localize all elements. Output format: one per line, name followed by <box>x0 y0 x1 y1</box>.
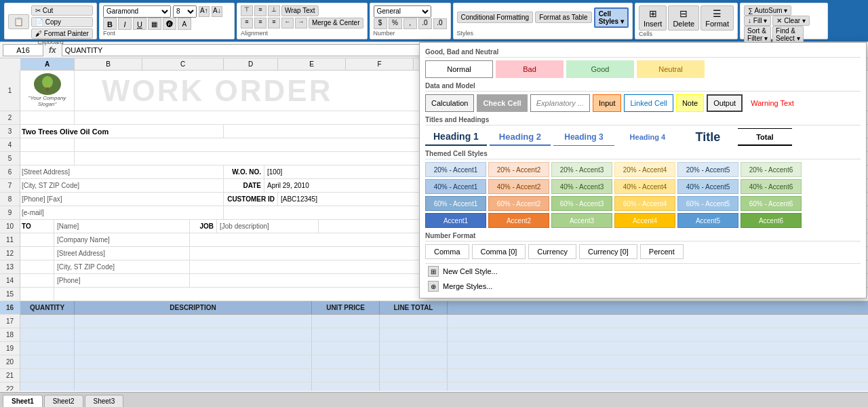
delete-button[interactable]: ⊟ Delete <box>668 5 699 31</box>
warning-text-style[interactable]: Warning Text <box>745 94 800 112</box>
border-button[interactable]: ▦ <box>148 18 161 30</box>
heading1-style[interactable]: Heading 1 <box>425 128 487 146</box>
percent-style[interactable]: Percent <box>640 244 684 259</box>
number-format-select[interactable]: General <box>374 5 431 18</box>
underline-button[interactable]: U <box>133 18 146 30</box>
accent2-style[interactable]: Accent2 <box>488 213 549 228</box>
clear-button[interactable]: ✕ Clear ▾ <box>772 16 809 26</box>
align-middle-button[interactable]: ≡ <box>254 5 267 16</box>
60-accent6[interactable]: 60% - Accent6 <box>741 196 802 211</box>
heading2-style[interactable]: Heading 2 <box>490 128 551 146</box>
find-select-button[interactable]: Find &Select ▾ <box>772 26 804 43</box>
conditional-formatting-button[interactable]: Conditional Formatting <box>457 12 534 23</box>
neutral-style[interactable]: Neutral <box>637 60 705 78</box>
increase-indent-button[interactable]: → <box>295 18 307 28</box>
heading3-style[interactable]: Heading 3 <box>553 128 614 146</box>
font-name-select[interactable]: Garamond <box>103 5 171 18</box>
italic-button[interactable]: I <box>118 18 132 30</box>
output-style[interactable]: Output <box>707 94 743 112</box>
merge-styles-item[interactable]: ⊕ Merge Styles... <box>425 279 861 294</box>
copy-button[interactable]: 📄 Copy <box>31 17 93 27</box>
bold-button[interactable]: B <box>103 18 117 30</box>
input-style[interactable]: Input <box>593 94 621 112</box>
20-accent1[interactable]: 20% - Accent1 <box>425 162 486 177</box>
wrap-text-button[interactable]: Wrap Text <box>281 5 319 16</box>
phone-to-cell: [Phone] <box>54 274 190 287</box>
increase-decimal-button[interactable]: .0 <box>418 18 432 29</box>
name-box[interactable] <box>3 44 43 56</box>
check-cell-style[interactable]: Check Cell <box>477 94 527 112</box>
40-accent5[interactable]: 40% - Accent5 <box>677 179 738 194</box>
20-accent3[interactable]: 20% - Accent3 <box>551 162 612 177</box>
40-accent3[interactable]: 40% - Accent3 <box>551 179 612 194</box>
currency-style[interactable]: Currency <box>528 244 576 259</box>
job-value-cell: [Job description] <box>217 220 319 233</box>
cell-styles-button[interactable]: CellStyles ▾ <box>594 7 629 28</box>
autosum-button[interactable]: ∑ AutoSum ▾ <box>744 5 791 16</box>
good-style[interactable]: Good <box>566 60 634 78</box>
comma-button[interactable]: , <box>403 18 417 29</box>
title-style[interactable]: Title <box>681 128 735 146</box>
linked-cell-style[interactable]: Linked Cell <box>624 94 673 112</box>
format-as-table-button[interactable]: Format as Table <box>535 12 592 23</box>
60-accent1[interactable]: 60% - Accent1 <box>425 196 486 211</box>
40-accent2[interactable]: 40% - Accent2 <box>488 179 549 194</box>
60-accent3[interactable]: 60% - Accent3 <box>551 196 612 211</box>
align-center-button[interactable]: ≡ <box>254 18 267 28</box>
accent4-style[interactable]: Accent4 <box>614 213 675 228</box>
tab-sheet2[interactable]: Sheet2 <box>44 395 83 407</box>
row-num-1: 1 <box>0 71 20 111</box>
tab-sheet1[interactable]: Sheet1 <box>3 395 43 407</box>
currency0-style[interactable]: Currency [0] <box>579 244 637 259</box>
merge-center-button[interactable]: Merge & Center <box>309 18 363 28</box>
percent-button[interactable]: % <box>389 18 402 29</box>
accent6-style[interactable]: Accent6 <box>741 213 802 228</box>
paste-button[interactable]: 📋 <box>8 14 29 29</box>
format-button[interactable]: ☰ Format <box>701 5 734 31</box>
increase-font-button[interactable]: A↑ <box>199 6 210 17</box>
decrease-decimal-button[interactable]: .0 <box>433 18 447 29</box>
number-format-row: Comma Comma [0] Currency Currency [0] Pe… <box>425 244 861 259</box>
40-accent6[interactable]: 40% - Accent6 <box>741 179 802 194</box>
format-painter-button[interactable]: 🖌 Format Painter <box>31 28 93 39</box>
comma-style[interactable]: Comma <box>425 244 469 259</box>
20-accent5[interactable]: 20% - Accent5 <box>677 162 738 177</box>
heading4-style[interactable]: Heading 4 <box>617 128 678 146</box>
note-style[interactable]: Note <box>676 94 704 112</box>
align-top-button[interactable]: ⊤ <box>241 5 253 16</box>
comma0-style[interactable]: Comma [0] <box>472 244 526 259</box>
40-accent4[interactable]: 40% - Accent4 <box>614 179 675 194</box>
cells-group-label: Cells <box>639 31 734 37</box>
insert-button[interactable]: ⊞ Insert <box>639 5 667 31</box>
accent1-style[interactable]: Accent1 <box>425 213 486 228</box>
20-accent4[interactable]: 20% - Accent4 <box>614 162 675 177</box>
new-cell-style-item[interactable]: ⊞ New Cell Style... <box>425 263 861 279</box>
60-accent4[interactable]: 60% - Accent4 <box>614 196 675 211</box>
20-accent6[interactable]: 20% - Accent6 <box>741 162 802 177</box>
align-right-button[interactable]: ≡ <box>268 18 280 28</box>
cut-button[interactable]: ✂ Cut <box>31 5 93 16</box>
accent3-style[interactable]: Accent3 <box>551 213 612 228</box>
60-accent5[interactable]: 60% - Accent5 <box>677 196 738 211</box>
explanatory-style[interactable]: Explanatory ... <box>530 94 590 112</box>
bad-style[interactable]: Bad <box>496 60 564 78</box>
total-style[interactable]: Total <box>738 128 792 146</box>
40-accent1[interactable]: 40% - Accent1 <box>425 179 486 194</box>
decrease-font-button[interactable]: A↓ <box>212 6 222 17</box>
60-accent2[interactable]: 60% - Accent2 <box>488 196 549 211</box>
sort-filter-button[interactable]: Sort &Filter ▾ <box>744 26 771 43</box>
align-left-button[interactable]: ≡ <box>241 18 253 28</box>
fill-color-button[interactable]: 🅐 <box>163 18 176 30</box>
accent5-style[interactable]: Accent5 <box>677 213 738 228</box>
calculation-style[interactable]: Calculation <box>425 94 474 112</box>
font-size-select[interactable]: 8 <box>173 5 197 18</box>
titles-headings-row: Heading 1 Heading 2 Heading 3 Heading 4 … <box>425 128 861 146</box>
align-bottom-button[interactable]: ⊥ <box>268 5 280 16</box>
decrease-indent-button[interactable]: ← <box>281 18 294 28</box>
20-accent2[interactable]: 20% - Accent2 <box>488 162 549 177</box>
font-color-button[interactable]: A <box>178 18 191 30</box>
tab-sheet3[interactable]: Sheet3 <box>85 395 124 407</box>
currency-button[interactable]: $ <box>374 18 387 29</box>
normal-style[interactable]: Normal <box>425 60 493 78</box>
fill-button[interactable]: ↓ Fill ▾ <box>744 16 771 26</box>
